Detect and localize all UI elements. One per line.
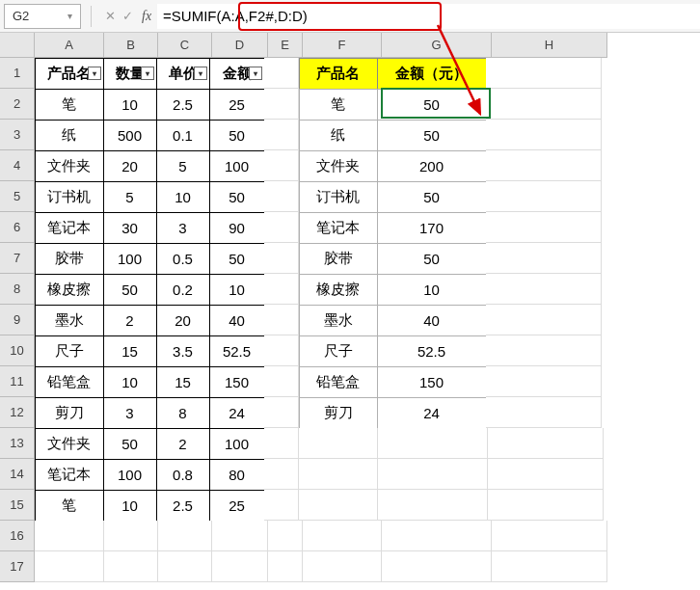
cell-D15[interactable]: 25 [209,490,265,522]
cell-A10[interactable]: 尺子 [35,335,104,367]
cell-F1[interactable]: 产品名 [299,58,378,90]
cell-C16[interactable] [158,521,212,551]
row-header-15[interactable]: 15 [0,490,35,521]
cell-H4[interactable] [486,150,602,181]
cell-C1[interactable]: 单价▾ [156,58,210,90]
cell-F3[interactable]: 纸 [299,120,378,151]
cell-D12[interactable]: 24 [209,397,265,429]
cell-E15[interactable] [264,490,299,521]
cell-G4[interactable]: 200 [377,150,487,182]
cell-C5[interactable]: 10 [156,181,210,213]
cell-F14[interactable] [299,459,378,490]
cell-A16[interactable] [35,521,104,551]
cell-D17[interactable] [212,551,268,582]
cell-G6[interactable]: 170 [377,212,487,244]
cell-B3[interactable]: 500 [103,120,157,151]
cell-F2[interactable]: 笔 [299,89,378,121]
row-header-7[interactable]: 7 [0,243,35,274]
cell-F13[interactable] [299,428,378,459]
cell-B13[interactable]: 50 [103,428,157,460]
cell-E7[interactable] [264,243,299,274]
filter-dropdown-icon[interactable]: ▾ [249,67,262,80]
cell-A4[interactable]: 文件夹 [35,150,104,182]
cell-C2[interactable]: 2.5 [156,89,210,121]
cell-G11[interactable]: 150 [377,366,487,398]
cell-H1[interactable] [486,58,602,89]
cell-C12[interactable]: 8 [156,397,210,429]
cell-E10[interactable] [264,335,299,366]
cell-G15[interactable] [378,490,488,521]
cell-G1[interactable]: 金额（元） [377,58,487,90]
cell-E12[interactable] [264,397,299,428]
column-header-F[interactable]: F [303,33,382,58]
column-header-D[interactable]: D [212,33,268,58]
cell-G8[interactable]: 10 [377,274,487,306]
cell-E13[interactable] [264,428,299,459]
cell-G17[interactable] [382,551,492,582]
cell-F8[interactable]: 橡皮擦 [299,274,378,306]
cell-A13[interactable]: 文件夹 [35,428,104,460]
cell-H6[interactable] [486,212,602,243]
cell-D16[interactable] [212,521,268,551]
cell-D9[interactable]: 40 [209,305,265,336]
cell-B2[interactable]: 10 [103,89,157,121]
row-header-1[interactable]: 1 [0,58,35,89]
cell-E16[interactable] [268,521,303,551]
cell-B6[interactable]: 30 [103,212,157,244]
cell-H13[interactable] [488,428,604,459]
row-header-10[interactable]: 10 [0,335,35,366]
cell-C10[interactable]: 3.5 [156,335,210,367]
cell-H9[interactable] [486,305,602,335]
cell-B15[interactable]: 10 [103,490,157,522]
cell-H11[interactable] [486,366,602,397]
cell-A11[interactable]: 铅笔盒 [35,366,104,398]
cell-G10[interactable]: 52.5 [377,335,487,367]
cell-C15[interactable]: 2.5 [156,490,210,522]
filter-dropdown-icon[interactable]: ▾ [141,67,154,80]
cell-E4[interactable] [264,150,299,181]
cell-E3[interactable] [264,120,299,150]
cell-H10[interactable] [486,335,602,366]
column-header-A[interactable]: A [35,33,104,58]
cell-A1[interactable]: 产品名▾ [35,58,104,90]
cell-A8[interactable]: 橡皮擦 [35,274,104,306]
cell-D8[interactable]: 10 [209,274,265,306]
cell-D10[interactable]: 52.5 [209,335,265,367]
cell-E9[interactable] [264,305,299,335]
formula-input[interactable]: =SUMIF(A:A,F2#,D:D) [157,4,700,29]
cell-B9[interactable]: 2 [103,305,157,336]
cell-H7[interactable] [486,243,602,274]
cell-B7[interactable]: 100 [103,243,157,275]
cell-A17[interactable] [35,551,104,582]
cell-B16[interactable] [104,521,158,551]
cell-F5[interactable]: 订书机 [299,181,378,213]
cell-F12[interactable]: 剪刀 [299,397,378,429]
cell-F6[interactable]: 笔记本 [299,212,378,244]
row-header-9[interactable]: 9 [0,305,35,335]
cell-E11[interactable] [264,366,299,397]
cell-E6[interactable] [264,212,299,243]
cell-C9[interactable]: 20 [156,305,210,336]
column-header-C[interactable]: C [158,33,212,58]
cell-C7[interactable]: 0.5 [156,243,210,275]
row-header-11[interactable]: 11 [0,366,35,397]
cell-C13[interactable]: 2 [156,428,210,460]
row-header-6[interactable]: 6 [0,212,35,243]
cell-H2[interactable] [486,89,602,120]
row-header-3[interactable]: 3 [0,120,35,150]
cell-A12[interactable]: 剪刀 [35,397,104,429]
cell-D11[interactable]: 150 [209,366,265,398]
column-header-G[interactable]: G [382,33,492,58]
cell-B5[interactable]: 5 [103,181,157,213]
column-header-E[interactable]: E [268,33,303,58]
cell-B1[interactable]: 数量▾ [103,58,157,90]
row-header-12[interactable]: 12 [0,397,35,428]
cells-area[interactable]: 产品名▾数量▾单价▾金额▾产品名金额（元）笔102.525笔50纸5000.15… [35,58,607,582]
cell-E14[interactable] [264,459,299,490]
row-header-17[interactable]: 17 [0,551,35,582]
cell-B10[interactable]: 15 [103,335,157,367]
row-header-16[interactable]: 16 [0,521,35,551]
row-header-13[interactable]: 13 [0,428,35,459]
cell-E8[interactable] [264,274,299,305]
cell-G7[interactable]: 50 [377,243,487,275]
